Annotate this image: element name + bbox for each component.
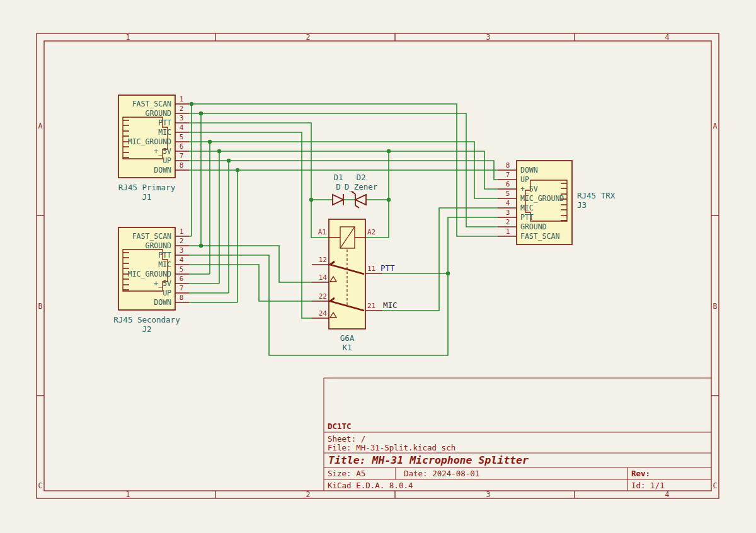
component-reference[interactable]: J2 bbox=[142, 324, 151, 334]
junction-dot[interactable] bbox=[208, 140, 212, 144]
pin-name: GROUND bbox=[145, 109, 171, 118]
frame-col-label: 4 bbox=[665, 490, 670, 499]
pin-number: 3 bbox=[506, 209, 510, 217]
pin-number: 2 bbox=[506, 218, 510, 226]
pin-number: 24 bbox=[319, 309, 328, 318]
frame-row-label: A bbox=[713, 122, 718, 130]
pin-number: 1 bbox=[180, 227, 184, 236]
pin-name: DOWN bbox=[520, 166, 538, 175]
junction-dot[interactable] bbox=[446, 272, 450, 275]
junction-dot[interactable] bbox=[190, 102, 193, 106]
title-block-tool: KiCad E.D.A. 8.0.4 bbox=[328, 481, 413, 490]
pin-number: 21 bbox=[367, 302, 375, 310]
frame-row-label: A bbox=[38, 122, 43, 130]
title-block-lines bbox=[324, 378, 711, 491]
net-label-mic[interactable]: MIC bbox=[383, 301, 398, 310]
pin-number: 1 bbox=[180, 95, 184, 103]
net-label-ptt[interactable]: PTT bbox=[381, 263, 395, 273]
pin-number: 4 bbox=[506, 199, 510, 207]
frame-row-label: C bbox=[38, 481, 43, 490]
title-block-file: File: MH-31-Split.kicad_sch bbox=[328, 443, 455, 452]
pin-number: 11 bbox=[367, 265, 375, 273]
pin-name: FAST_SCAN bbox=[520, 232, 559, 241]
pin-number: 8 bbox=[180, 294, 184, 302]
pin-name: GROUND bbox=[520, 222, 547, 231]
pin-number: 5 bbox=[180, 265, 184, 273]
component-value[interactable]: RJ45 Primary bbox=[118, 183, 176, 192]
component-d2[interactable]: D2 D_Zener bbox=[345, 173, 378, 208]
frame-col-label: 1 bbox=[126, 490, 130, 499]
junction-dot[interactable] bbox=[227, 159, 231, 163]
pin-name: PTT bbox=[158, 118, 171, 127]
frame-col-label: 4 bbox=[665, 33, 670, 42]
component-j3[interactable]: 8 7 6 5 4 3 2 1 DOWN UP +_5V MIC_GROUND … bbox=[498, 161, 616, 244]
pin-name: +_5V bbox=[154, 147, 171, 156]
pin-number: 5 bbox=[180, 133, 184, 141]
wire-segment[interactable] bbox=[365, 151, 389, 238]
component-reference[interactable]: J1 bbox=[142, 192, 151, 202]
junction-dot[interactable] bbox=[309, 198, 313, 202]
pin-name: PTT bbox=[158, 251, 171, 260]
pin-name: FAST_SCAN bbox=[132, 232, 171, 241]
pin-name: +_5V bbox=[154, 279, 171, 288]
pin-number: 6 bbox=[180, 142, 184, 151]
pin-name: MIC_GROUND bbox=[128, 270, 171, 278]
pin-number: 6 bbox=[180, 275, 184, 283]
pin-number: 6 bbox=[506, 180, 510, 188]
component-reference[interactable]: D2 bbox=[356, 173, 365, 182]
pin-name: UP bbox=[163, 156, 171, 165]
component-value[interactable]: G6A bbox=[340, 333, 355, 343]
title-block-rev: Rev: bbox=[631, 469, 650, 478]
component-value[interactable]: D_Zener bbox=[345, 182, 378, 192]
pin-number: 3 bbox=[180, 114, 184, 122]
junction-dot[interactable] bbox=[199, 112, 203, 115]
pin-number: 1 bbox=[506, 227, 510, 236]
junction-dot[interactable] bbox=[199, 244, 203, 248]
title-block-title: Title: MH-31 Microphone Splitter bbox=[328, 454, 529, 466]
component-j1[interactable]: 1 2 3 4 5 6 7 8 FAST_SCAN GROUND PTT MIC… bbox=[118, 95, 189, 202]
frame-row-label: B bbox=[38, 302, 43, 311]
component-reference[interactable]: D1 bbox=[333, 173, 343, 182]
pin-number: 7 bbox=[180, 284, 184, 292]
pin-number: 22 bbox=[319, 292, 327, 301]
pin-name: MIC_GROUND bbox=[128, 137, 171, 146]
pin-number: 4 bbox=[180, 123, 184, 132]
component-reference[interactable]: K1 bbox=[342, 343, 352, 352]
component-value[interactable]: D bbox=[336, 182, 341, 192]
pin-name: MIC bbox=[520, 203, 534, 212]
frame-row-label: C bbox=[713, 481, 718, 490]
wire-segment[interactable] bbox=[382, 208, 498, 311]
pin-number: A1 bbox=[318, 228, 326, 236]
component-k1[interactable]: A1 A2 12 14 22 24 11 21 G6A K1 bbox=[312, 219, 382, 352]
wire-segment[interactable] bbox=[189, 161, 229, 293]
wire-segment[interactable] bbox=[189, 246, 312, 282]
component-reference[interactable]: J3 bbox=[577, 200, 587, 210]
frame-col-label: 2 bbox=[306, 490, 311, 499]
pin-number: 5 bbox=[506, 190, 510, 198]
pin-name: FAST_SCAN bbox=[132, 100, 171, 108]
pin-number: 12 bbox=[319, 256, 327, 264]
pin-name: MIC bbox=[158, 260, 171, 269]
pin-number: 14 bbox=[319, 273, 328, 282]
wire-segment[interactable] bbox=[189, 142, 210, 274]
pin-number: 7 bbox=[180, 152, 184, 160]
schematic-canvas[interactable]: 1 2 3 4 1 2 3 4 A B C A B C bbox=[0, 0, 756, 533]
component-value[interactable]: RJ45 TRX bbox=[577, 191, 616, 200]
title-block-date: Date: 2024-08-01 bbox=[404, 469, 479, 478]
diode-symbol[interactable] bbox=[333, 194, 343, 205]
wire-segment[interactable] bbox=[189, 170, 238, 302]
frame-row-label: B bbox=[713, 302, 718, 311]
wire-segment[interactable] bbox=[189, 265, 312, 301]
pin-number: 8 bbox=[506, 161, 510, 169]
pin-name: MIC_GROUND bbox=[520, 194, 564, 203]
junction-dot[interactable] bbox=[387, 149, 391, 153]
junction-dot[interactable] bbox=[217, 149, 221, 153]
junction-dot[interactable] bbox=[236, 168, 239, 172]
wire-segment[interactable] bbox=[189, 151, 219, 284]
junction-dot[interactable] bbox=[387, 198, 391, 202]
pin-number: 2 bbox=[180, 105, 184, 113]
component-value[interactable]: RJ45 Secondary bbox=[113, 315, 180, 324]
component-d1[interactable]: D1 D bbox=[333, 173, 343, 205]
title-block-id: Id: 1/1 bbox=[631, 481, 665, 490]
component-j2[interactable]: 1 2 3 4 5 6 7 8 FAST_SCAN GROUND PTT MIC… bbox=[113, 227, 189, 334]
